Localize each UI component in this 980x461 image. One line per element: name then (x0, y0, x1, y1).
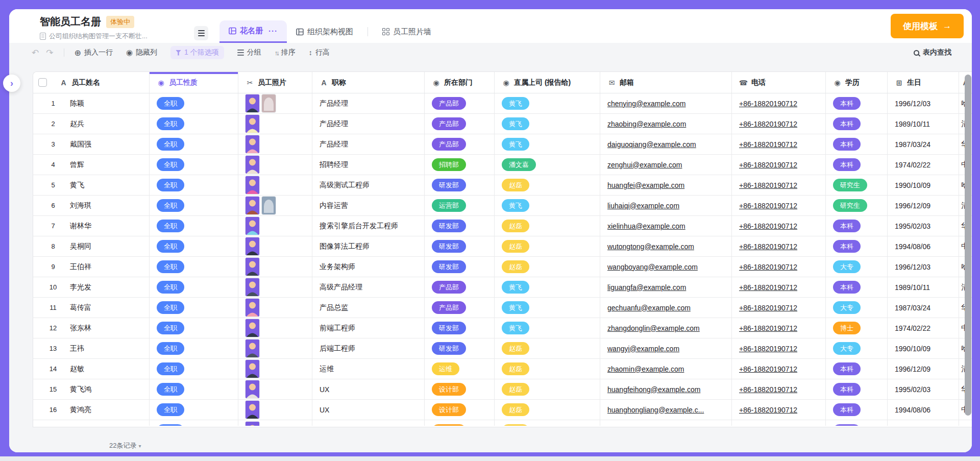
cell-name[interactable]: 12 张东林 (33, 318, 150, 338)
employee-photo[interactable] (246, 237, 259, 255)
phone-link[interactable]: +86-18820190712 (739, 304, 797, 312)
table-row[interactable]: 2 赵兵 全职 产品经理 产品部 黄飞 zhaobing@example.com… (33, 114, 972, 134)
cell-birthday[interactable]: 1994/08/06 (888, 236, 959, 256)
filter-button[interactable]: 1 个筛选项 (170, 46, 224, 59)
cell-name[interactable]: 4 曾辉 (33, 155, 150, 175)
table-row[interactable]: 15 黄飞鸿 全职 UX 设计部 赵磊 huangfeihong@example… (33, 379, 972, 400)
phone-link[interactable]: +86-18820190712 (739, 161, 797, 169)
cell-photos[interactable] (238, 175, 312, 195)
find-in-table-button[interactable]: 表内查找 (914, 48, 951, 57)
cell-type[interactable]: 全职 (150, 216, 238, 236)
cell-name[interactable]: 13 王祎 (33, 338, 150, 358)
employee-photo[interactable] (246, 135, 259, 153)
cell-phone[interactable] (732, 420, 826, 426)
tab-2[interactable]: 组织架构视图 (287, 20, 362, 43)
cell-title[interactable]: 业务架构师 (312, 257, 425, 277)
cell-dept[interactable]: 研发部 (425, 318, 495, 338)
cell-photos[interactable] (238, 216, 312, 236)
cell-phone[interactable]: +86-18820190712 (732, 114, 826, 134)
column-header-员工照片[interactable]: ✂员工照片 (238, 72, 312, 93)
cell-supervisor[interactable]: 赵磊 (495, 338, 600, 358)
cell-education[interactable]: 本科 (826, 93, 888, 113)
cell-title[interactable]: 运维 (312, 359, 425, 379)
cell-dept[interactable]: 研发部 (425, 175, 495, 195)
cell-photos[interactable] (238, 134, 312, 154)
cell-birthday[interactable]: 1987/03/24 (888, 298, 959, 318)
employee-photo[interactable] (246, 258, 259, 276)
cell-dept[interactable]: 设计部 (425, 420, 495, 426)
email-link[interactable]: zhaomin@example.com (607, 365, 684, 373)
phone-link[interactable]: +86-18820190712 (739, 263, 797, 271)
cell-title[interactable]: 产品总监 (312, 298, 425, 318)
cell-name[interactable]: 9 王伯祥 (33, 257, 150, 277)
email-link[interactable]: wangboyang@example.com (607, 263, 698, 271)
email-link[interactable]: zenghui@example.com (607, 161, 682, 169)
table-row[interactable]: 16 黄鸿亮 全职 UX 设计部 赵磊 huanghongliang@examp… (33, 400, 972, 420)
cell-supervisor[interactable]: 黄飞 (495, 298, 600, 318)
cell-email[interactable]: liguangfa@example.com (600, 277, 732, 297)
cell-phone[interactable]: +86-18820190712 (732, 216, 826, 236)
cell-supervisor[interactable]: 赵磊 (495, 236, 600, 256)
cell-type[interactable]: 全职 (150, 134, 238, 154)
cell-title[interactable]: 内容运营 (312, 196, 425, 215)
cell-type[interactable]: 全职 (150, 257, 238, 277)
cell-photos[interactable] (238, 155, 312, 175)
cell-email[interactable]: wutongtong@example.com (600, 236, 732, 256)
table-row[interactable]: 9 王伯祥 全职 业务架构师 研发部 赵磊 wangboyang@example… (33, 257, 972, 277)
hide-columns-button[interactable]: ◉ 隐藏列 (126, 48, 157, 57)
phone-link[interactable]: +86-18820190712 (739, 120, 797, 128)
cell-dept[interactable]: 研发部 (425, 216, 495, 236)
employee-photo[interactable] (246, 339, 259, 357)
cell-education[interactable]: 本科 (826, 379, 888, 399)
cell-email[interactable]: huangfei@example.com (600, 175, 732, 195)
cell-education[interactable]: 本科 (826, 277, 888, 297)
cell-email[interactable]: daiguoqiang@example.com (600, 134, 732, 154)
cell-title[interactable]: 搜索引擎后台开发工程师 (312, 216, 425, 236)
table-row[interactable]: 6 刘海琪 全职 内容运营 运营部 黄飞 liuhaiqi@example.co… (33, 196, 972, 216)
insert-row-button[interactable]: ⊕ 插入一行 (75, 48, 113, 58)
cell-supervisor[interactable]: 赵磊 (495, 379, 600, 399)
email-link[interactable]: liuhaiqi@example.com (607, 202, 679, 210)
employee-photo[interactable] (246, 94, 259, 112)
tab-1[interactable]: 花名册··· (219, 20, 287, 43)
cell-education[interactable]: 大专 (826, 338, 888, 358)
cell-phone[interactable]: +86-18820190712 (732, 277, 826, 297)
cell-dept[interactable]: 产品部 (425, 134, 495, 154)
cell-title[interactable] (312, 420, 425, 426)
cell-photos[interactable] (238, 196, 312, 215)
row-height-button[interactable]: ↕ 行高 (309, 48, 330, 57)
cell-supervisor[interactable]: 黄飞 (495, 93, 600, 113)
cell-education[interactable]: 研究生 (826, 196, 888, 215)
cell-education[interactable]: 本科 (826, 420, 888, 426)
cell-title[interactable]: 高级产品经理 (312, 277, 425, 297)
table-row[interactable]: 8 吴桐同 全职 图像算法工程师 研发部 赵磊 wutongtong@examp… (33, 236, 972, 257)
cell-email[interactable]: huanghongliang@example.c... (600, 400, 732, 420)
cell-type[interactable]: 全职 (150, 379, 238, 399)
cell-birthday[interactable]: 1974/02/22 (888, 318, 959, 338)
employee-photo[interactable] (246, 156, 259, 174)
cell-type[interactable]: 全职 (150, 318, 238, 338)
phone-link[interactable]: +86-18820190712 (739, 406, 797, 414)
cell-education[interactable]: 大专 (826, 257, 888, 277)
cell-dept[interactable]: 设计部 (425, 400, 495, 420)
cell-title[interactable]: 产品经理 (312, 134, 425, 154)
cell-birthday[interactable]: 1995/02/03 (888, 379, 959, 399)
phone-link[interactable]: +86-18820190712 (739, 202, 797, 210)
cell-phone[interactable]: +86-18820190712 (732, 134, 826, 154)
email-link[interactable]: wangyi@example.com (607, 345, 679, 353)
cell-phone[interactable]: +86-18820190712 (732, 155, 826, 175)
cell-dept[interactable]: 运营部 (425, 196, 495, 215)
column-header-职称[interactable]: A职称 (312, 72, 425, 93)
cell-birthday[interactable]: 1974/02/22 (888, 155, 959, 175)
cell-type[interactable]: 全职 (150, 175, 238, 195)
employee-photo[interactable] (246, 217, 259, 235)
column-header-电话[interactable]: ☎电话 (732, 72, 826, 93)
email-link[interactable]: xielinhua@example.com (607, 222, 685, 230)
cell-supervisor[interactable]: 赵磊 (495, 216, 600, 236)
cell-photos[interactable] (238, 114, 312, 134)
cell-name[interactable]: 11 葛传富 (33, 298, 150, 318)
cell-birthday[interactable]: 1989/10/11 (888, 277, 959, 297)
cell-phone[interactable]: +86-18820190712 (732, 359, 826, 379)
phone-link[interactable]: +86-18820190712 (739, 100, 797, 108)
cell-phone[interactable]: +86-18820190712 (732, 257, 826, 277)
